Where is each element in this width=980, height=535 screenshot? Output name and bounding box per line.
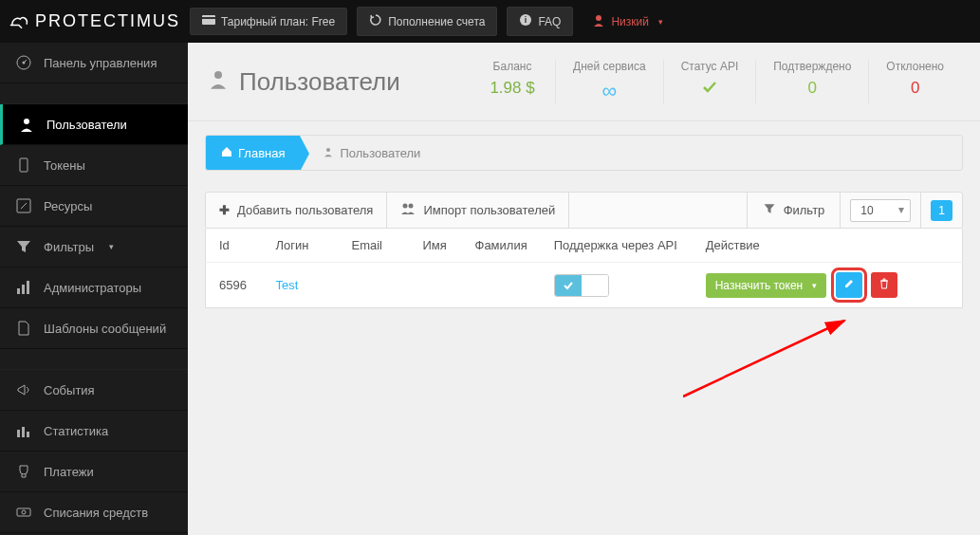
sidebar-item-label: Администраторы [44, 281, 141, 295]
plan-button[interactable]: Тарифный план: Free [190, 8, 347, 35]
user-icon [207, 67, 230, 97]
cell-login: Test [263, 263, 339, 308]
user-icon [323, 146, 334, 160]
breadcrumb-home[interactable]: Главная [206, 136, 300, 170]
sidebar-item-events[interactable]: События [0, 370, 188, 411]
home-icon [221, 146, 232, 160]
svg-rect-14 [22, 427, 25, 437]
assign-token-button[interactable]: Назначить токен ▾ [706, 273, 827, 298]
th-api: Поддержка через API [541, 229, 693, 263]
sidebar-item-templates[interactable]: Шаблоны сообщений [0, 308, 188, 349]
svg-point-17 [22, 510, 26, 514]
page-indicator[interactable]: 1 [920, 193, 962, 228]
page-size-value: 10 [850, 199, 911, 222]
sidebar-item-resources[interactable]: Ресурсы [0, 186, 188, 227]
user-link[interactable]: Test [276, 278, 299, 292]
page-size-select[interactable]: 10 [840, 193, 920, 228]
stat-api: Статус API [663, 60, 756, 103]
trash-icon [878, 278, 890, 292]
filter-icon [763, 202, 776, 218]
refresh-icon [369, 13, 382, 29]
stat-balance: Баланс 1.98 $ [470, 60, 555, 103]
topup-button[interactable]: Пополнение счета [357, 7, 497, 36]
plan-label: Тарифный план: Free [221, 15, 335, 28]
chevron-down-icon: ▾ [658, 17, 663, 27]
sidebar-item-label: Шаблоны сообщений [44, 322, 166, 336]
brand-text: PROTECTIMUS [35, 11, 180, 31]
cell-name [410, 263, 462, 308]
cell-api [541, 263, 693, 308]
token-icon [15, 157, 32, 174]
sidebar-item-charges[interactable]: Списания средств [0, 492, 188, 533]
svg-point-6 [23, 62, 26, 65]
user-label: Низкий [611, 15, 649, 28]
add-user-button[interactable]: ✚ Добавить пользователя [206, 193, 387, 228]
svg-point-19 [326, 148, 330, 152]
sidebar-item-label: Пользователи [46, 118, 127, 132]
svg-point-21 [409, 204, 414, 209]
page-title: Пользователи [207, 67, 400, 97]
dashboard-icon [15, 54, 32, 71]
sidebar-item-label: Списания средств [44, 506, 148, 520]
delete-button[interactable] [871, 272, 897, 298]
sidebar-item-label: Панель управления [44, 56, 157, 70]
filter-button[interactable]: Фильтр [747, 193, 841, 228]
sidebar-item-payments[interactable]: Платежи [0, 452, 188, 492]
user-icon [592, 13, 605, 29]
svg-rect-15 [27, 432, 29, 437]
svg-rect-13 [17, 430, 20, 437]
sidebar-item-label: Токены [44, 158, 85, 173]
th-action: Действие [693, 229, 963, 263]
stat-label: Подтверждено [773, 60, 851, 73]
sidebar-item-users[interactable]: Пользователи [0, 104, 188, 145]
cell-surname [462, 263, 541, 308]
infinity-icon: ∞ [573, 79, 646, 103]
info-icon: i [519, 13, 532, 29]
sidebar-item-stats[interactable]: Статистика [0, 411, 188, 452]
api-toggle[interactable] [554, 274, 609, 297]
stat-declined: Отклонено 0 [868, 60, 961, 103]
sidebar-item-dashboard[interactable]: Панель управления [0, 43, 188, 83]
svg-rect-11 [22, 285, 25, 294]
bars-icon [15, 279, 32, 296]
sidebar-item-filters[interactable]: Фильтры ▾ [0, 227, 188, 268]
sidebar-item-tokens[interactable]: Токены [0, 145, 188, 186]
svg-point-18 [214, 71, 222, 79]
th-id: Id [206, 229, 263, 263]
breadcrumb-current-label: Пользователи [340, 146, 420, 160]
toolbar: ✚ Добавить пользователя Импорт пользоват… [205, 192, 963, 229]
add-user-label: Добавить пользователя [237, 203, 373, 217]
logo: PROTECTIMUS [9, 9, 180, 34]
sidebar-separator [0, 349, 188, 370]
table-row: 6596 Test Назна [206, 263, 963, 308]
stat-days: Дней сервиса ∞ [555, 60, 663, 103]
sidebar-item-admins[interactable]: Администраторы [0, 268, 188, 308]
chevron-down-icon: ▾ [812, 281, 817, 290]
user-menu[interactable]: Низкий ▾ [582, 8, 673, 35]
breadcrumb-home-label: Главная [238, 146, 285, 160]
plus-icon: ✚ [219, 203, 230, 217]
sidebar-item-label: Ресурсы [44, 199, 92, 213]
breadcrumb: Главная Пользователи [205, 135, 963, 171]
chevron-down-icon: ▾ [109, 242, 114, 251]
th-email: Email [339, 229, 410, 263]
svg-rect-1 [202, 17, 215, 19]
svg-rect-8 [20, 158, 28, 172]
filter-label: Фильтр [784, 203, 825, 217]
sidebar-item-label: Статистика [44, 424, 108, 438]
check-icon [555, 275, 582, 296]
stat-value: 1.98 $ [487, 79, 538, 98]
megaphone-icon [15, 381, 32, 398]
stat-confirmed: Подтверждено 0 [755, 60, 868, 103]
stat-label: Статус API [681, 60, 739, 73]
edit-button[interactable] [836, 272, 862, 298]
svg-point-4 [596, 15, 601, 21]
trophy-icon [15, 463, 32, 480]
faq-button[interactable]: i FAQ [507, 7, 573, 36]
cell-email [339, 263, 410, 308]
svg-point-7 [24, 119, 29, 124]
sidebar-item-label: Фильтры [44, 240, 94, 254]
page-header: Пользователи Баланс 1.98 $ Дней сервиса … [188, 43, 980, 107]
stat-label: Отклонено [886, 60, 944, 73]
import-users-button[interactable]: Импорт пользователей [387, 193, 569, 228]
